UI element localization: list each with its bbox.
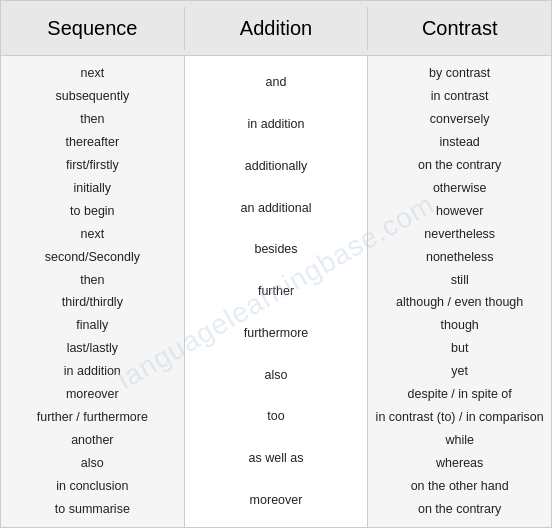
list-item: then (5, 109, 180, 130)
list-item: another (5, 430, 180, 451)
list-item: nevertheless (372, 224, 547, 245)
list-item: first/firstly (5, 155, 180, 176)
list-item: thereafter (5, 132, 180, 153)
list-item: on the contrary (372, 499, 547, 520)
list-item: additionally (189, 156, 364, 177)
list-item: nonetheless (372, 247, 547, 268)
header-contrast: Contrast (368, 7, 551, 50)
list-item: on the contrary (372, 155, 547, 176)
list-item: by contrast (372, 63, 547, 84)
main-table: Sequence Addition Contrast nextsubsequen… (0, 0, 552, 528)
list-item: finally (5, 315, 180, 336)
list-item: in contrast (372, 86, 547, 107)
list-item: last/lastly (5, 338, 180, 359)
list-item: as well as (189, 448, 364, 469)
list-item: however (372, 201, 547, 222)
list-item: despite / in spite of (372, 384, 547, 405)
list-item: instead (372, 132, 547, 153)
list-item: too (189, 406, 364, 427)
list-item: next (5, 224, 180, 245)
list-item: while (372, 430, 547, 451)
list-item: on the other hand (372, 476, 547, 497)
list-item: in conclusion (5, 476, 180, 497)
list-item: an additional (189, 198, 364, 219)
list-item: further / furthermore (5, 407, 180, 428)
list-item: also (5, 453, 180, 474)
header-sequence: Sequence (1, 7, 185, 50)
list-item: whereas (372, 453, 547, 474)
list-item: though (372, 315, 547, 336)
list-item: further (189, 281, 364, 302)
list-item: subsequently (5, 86, 180, 107)
list-item: besides (189, 239, 364, 260)
list-item: furthermore (189, 323, 364, 344)
list-item: to begin (5, 201, 180, 222)
list-item: although / even though (372, 292, 547, 313)
list-item: conversely (372, 109, 547, 130)
contrast-column: by contrastin contrastconverselyinsteado… (368, 56, 551, 527)
list-item: to summarise (5, 499, 180, 520)
list-item: in addition (5, 361, 180, 382)
list-item: moreover (189, 490, 364, 511)
list-item: third/thirdly (5, 292, 180, 313)
list-item: next (5, 63, 180, 84)
list-item: also (189, 365, 364, 386)
addition-column: languagelearningbase.com andin additiona… (185, 56, 369, 527)
header-row: Sequence Addition Contrast (1, 1, 551, 56)
list-item: still (372, 270, 547, 291)
list-item: yet (372, 361, 547, 382)
list-item: second/Secondly (5, 247, 180, 268)
body-row: nextsubsequentlythenthereafterfirst/firs… (1, 56, 551, 527)
sequence-column: nextsubsequentlythenthereafterfirst/firs… (1, 56, 185, 527)
list-item: moreover (5, 384, 180, 405)
list-item: in addition (189, 114, 364, 135)
list-item: then (5, 270, 180, 291)
list-item: in contrast (to) / in comparison (372, 407, 547, 428)
list-item: initially (5, 178, 180, 199)
list-item: otherwise (372, 178, 547, 199)
list-item: and (189, 72, 364, 93)
list-item: but (372, 338, 547, 359)
header-addition: Addition (185, 7, 369, 50)
